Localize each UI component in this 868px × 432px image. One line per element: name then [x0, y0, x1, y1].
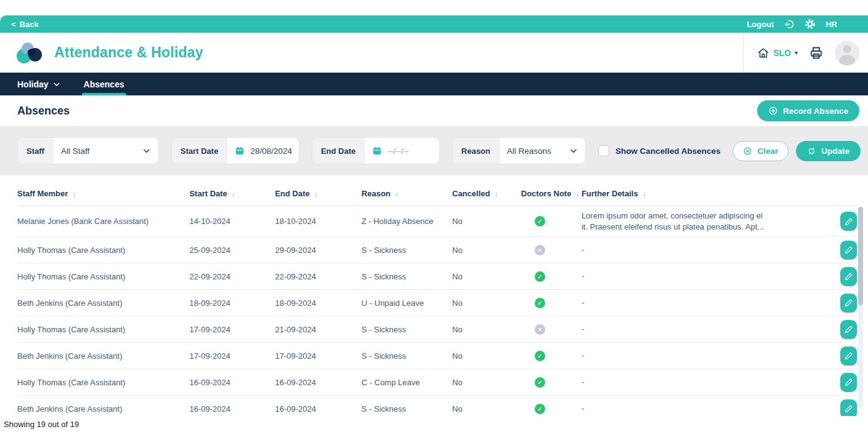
- staff-filter-select[interactable]: Staff All Staff: [17, 137, 159, 164]
- plus-circle-icon: [768, 106, 778, 116]
- cell-reason: S - Sickness: [362, 351, 452, 361]
- edit-absence-button[interactable]: [840, 346, 857, 366]
- home-icon: [757, 47, 769, 59]
- cell-doctors-note: ✓: [521, 271, 582, 282]
- start-date-value: 28/08/2024: [250, 146, 292, 156]
- chevron-down-icon: [53, 81, 60, 88]
- print-icon[interactable]: [809, 46, 824, 60]
- cell-doctors-note: ✓: [521, 377, 582, 388]
- nav-absences-label: Absences: [84, 79, 124, 89]
- cell-cancelled: No: [452, 272, 521, 281]
- edit-absence-button[interactable]: [840, 399, 857, 418]
- back-button[interactable]: < Back: [11, 20, 39, 29]
- update-button[interactable]: Update: [796, 141, 861, 161]
- clear-button[interactable]: Clear: [732, 141, 789, 161]
- pencil-icon: [845, 325, 853, 334]
- column-header-staff-member[interactable]: Staff Member ↓: [17, 189, 189, 198]
- pencil-icon: [845, 351, 853, 360]
- showing-count-text: Showing 19 out of 19: [4, 420, 79, 429]
- cell-doctors-note: ✓: [521, 298, 582, 308]
- cell-doctors-note: ✕: [521, 324, 582, 335]
- cell-end: 21-09-2024: [275, 325, 361, 334]
- edit-absence-button[interactable]: [840, 294, 857, 313]
- end-date-input[interactable]: End Date --/--/--: [312, 137, 440, 164]
- sort-arrow-icon[interactable]: ↓: [575, 190, 579, 198]
- header-actions: SLO ▾: [743, 33, 868, 73]
- update-label: Update: [821, 146, 850, 156]
- cell-cancelled: No: [452, 404, 521, 414]
- chevron-down-icon: [569, 146, 578, 155]
- table-body: Melanie Jones (Bank Care Assistant) 14-1…: [17, 206, 857, 422]
- clear-label: Clear: [757, 146, 778, 156]
- edit-absence-button[interactable]: [840, 320, 857, 339]
- cell-start: 16-09-2024: [189, 404, 275, 414]
- cell-end: 22-09-2024: [275, 272, 361, 281]
- pencil-icon: [845, 272, 853, 281]
- pencil-icon: [845, 298, 853, 307]
- cell-details-line1: -: [582, 271, 584, 281]
- cell-details-line1: Lorem ipsum odor amet, consectetuer adip…: [582, 211, 763, 220]
- cell-cancelled: No: [452, 217, 521, 226]
- sort-arrow-icon[interactable]: ↓: [314, 190, 318, 198]
- cell-details: -: [582, 297, 826, 308]
- cell-doctors-note: ✕: [521, 245, 582, 255]
- reason-filter-label: Reason: [453, 138, 500, 164]
- show-cancelled-toggle[interactable]: Show Cancelled Absences: [598, 145, 721, 156]
- column-label: Start Date: [189, 189, 227, 198]
- logout-button[interactable]: Logout: [747, 20, 774, 29]
- record-absence-button[interactable]: Record Absence: [757, 100, 859, 121]
- column-header-further-details[interactable]: Further Details ↓: [582, 189, 826, 198]
- refresh-icon: [807, 146, 816, 156]
- cell-reason: C - Comp Leave: [362, 378, 452, 387]
- cell-details-line2: it. Praesent eleifend risus ut platea pe…: [582, 222, 764, 231]
- edit-absence-button[interactable]: [840, 212, 857, 231]
- absences-page: < Back Logout HR: [0, 0, 868, 432]
- cell-doctors-note: ✓: [521, 351, 582, 361]
- start-date-input[interactable]: Start Date 28/08/2024: [171, 137, 299, 164]
- reason-filter-value: All Reasons: [500, 146, 559, 156]
- absences-table: Staff Member ↓ Start Date ↓ End Date ↓ R…: [0, 175, 868, 432]
- cell-cancelled: No: [452, 325, 521, 334]
- reason-filter-select[interactable]: Reason All Reasons: [452, 137, 586, 164]
- settings-gear-icon[interactable]: [805, 18, 816, 30]
- nav-absences[interactable]: Absences: [84, 73, 124, 95]
- sort-arrow-icon[interactable]: ↓: [232, 190, 235, 198]
- column-header-reason[interactable]: Reason ↓: [362, 189, 452, 198]
- edit-absence-button[interactable]: [840, 373, 857, 392]
- cell-details: -: [582, 350, 826, 361]
- cell-start: 18-09-2024: [189, 298, 275, 308]
- table-row: Holly Thomas (Care Assistant) 17-09-2024…: [17, 316, 857, 343]
- cell-details: -: [582, 244, 826, 255]
- sort-arrow-icon[interactable]: ↓: [494, 190, 498, 198]
- vertical-scrollbar-thumb[interactable]: [858, 207, 863, 305]
- start-date-label: Start Date: [172, 138, 227, 164]
- user-avatar[interactable]: [835, 41, 859, 65]
- table-row: Holly Thomas (Care Assistant) 22-09-2024…: [17, 263, 857, 290]
- sort-arrow-icon[interactable]: ↓: [643, 190, 646, 198]
- cell-details: -: [582, 377, 826, 388]
- vertical-scrollbar-track[interactable]: [858, 207, 863, 409]
- column-header-end-date[interactable]: End Date ↓: [275, 189, 361, 198]
- column-header-cancelled[interactable]: Cancelled ↓: [452, 189, 521, 198]
- column-header-doctors-note[interactable]: Doctors Note ↓: [521, 189, 582, 198]
- cell-reason: S - Sickness: [362, 272, 452, 281]
- app-logo-icon: [15, 40, 46, 66]
- show-cancelled-checkbox[interactable]: [598, 145, 609, 156]
- calendar-icon: [372, 146, 382, 156]
- edit-absence-button[interactable]: [840, 241, 857, 260]
- cell-details: -: [582, 271, 826, 282]
- cell-reason: S - Sickness: [362, 404, 452, 414]
- app-grid-icon[interactable]: [847, 18, 858, 30]
- sort-arrow-icon[interactable]: ↓: [395, 190, 399, 198]
- edit-absence-button[interactable]: [840, 267, 857, 286]
- sort-arrow-icon[interactable]: ↓: [72, 190, 76, 198]
- page-title: Absences: [17, 105, 70, 118]
- cell-details: -: [582, 403, 826, 414]
- site-selector[interactable]: SLO ▾: [757, 47, 798, 59]
- logout-icon[interactable]: [784, 18, 795, 30]
- hr-module-label[interactable]: HR: [825, 20, 837, 29]
- doctors-note-cross-icon: ✕: [535, 324, 545, 335]
- column-header-start-date[interactable]: Start Date ↓: [189, 189, 275, 198]
- back-label: Back: [20, 20, 39, 29]
- nav-holiday[interactable]: Holiday: [17, 73, 60, 95]
